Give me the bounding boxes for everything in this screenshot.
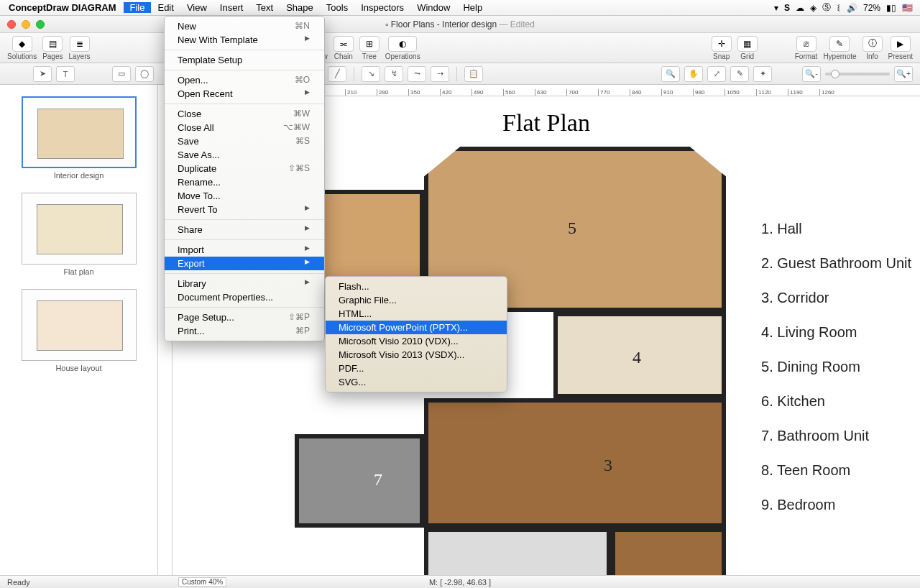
connector-1[interactable]: ↘ (362, 66, 380, 82)
submenu-microsoft-powerpoint-pptx-[interactable]: Microsoft PowerPoint (PPTX)... (326, 321, 507, 334)
legend-item: 5. Dining Room (761, 349, 911, 384)
menuitem-import[interactable]: Import (165, 243, 324, 257)
vlc-icon: ▾ (774, 3, 778, 13)
tree-button[interactable]: ⊞ (359, 36, 380, 52)
skype-icon: Ⓢ (822, 1, 831, 14)
menu-text[interactable]: Text (249, 2, 280, 13)
connector-4[interactable]: ⇢ (431, 66, 449, 82)
solutions-button[interactable]: ◆ (12, 36, 32, 52)
menuitem-save-as-[interactable]: Save As... (165, 148, 324, 162)
menuitem-document-properties-[interactable]: Document Properties... (165, 290, 324, 304)
export-submenu: Flash...Graphic File...HTML...Microsoft … (325, 276, 507, 392)
menubar-status: ▾ S ☁ ◈ Ⓢ ⧙ 🔊 72% ▮▯ 🇺🇸 (774, 1, 920, 14)
legend-item: 2. Guest Bathroom Unit (761, 246, 911, 280)
window-titlebar: ▫ Floor Plans - Interior design — Edited (0, 16, 920, 33)
eyedropper-tool[interactable]: ⤢ (707, 66, 726, 82)
ellipse-tool[interactable]: ◯ (135, 66, 154, 82)
submenu-pdf-[interactable]: PDF... (326, 362, 507, 375)
menu-shape[interactable]: Shape (280, 2, 320, 13)
connector-2[interactable]: ↯ (385, 66, 403, 82)
zoom-display[interactable]: Custom 40% (178, 577, 226, 587)
chain-button[interactable]: ⫘ (334, 36, 354, 52)
menuitem-save[interactable]: Save⌘S (165, 134, 324, 148)
format-button[interactable]: ⎚ (796, 36, 816, 52)
menuitem-revert-to[interactable]: Revert To (165, 203, 324, 216)
close-window-button[interactable] (7, 20, 16, 29)
main-toolbar: ◆Solutions ▤Pages ≣Layers ✦Smart ◉Rapid … (0, 33, 920, 63)
present-button[interactable]: ▶ (891, 36, 911, 52)
hypernote-button[interactable]: ✎ (829, 36, 850, 52)
menuitem-library[interactable]: Library (165, 277, 324, 290)
menuitem-template-setup[interactable]: Template Setup (165, 53, 324, 67)
zoom-in-tool[interactable]: 🔍 (661, 66, 680, 82)
mac-menubar: ConceptDraw DIAGRAM FileEditViewInsertTe… (0, 0, 920, 16)
connector-3[interactable]: ⤳ (408, 66, 426, 82)
menu-file[interactable]: File (124, 2, 152, 13)
menu-insert[interactable]: Insert (213, 2, 250, 13)
menu-window[interactable]: Window (410, 2, 456, 13)
snap-button[interactable]: ✛ (712, 36, 732, 52)
room-3 (424, 398, 726, 528)
submenu-svg-[interactable]: SVG... (326, 375, 507, 389)
brush-tool[interactable]: ✎ (730, 66, 749, 82)
menuitem-open-recent[interactable]: Open Recent (165, 87, 324, 101)
battery-icon: ▮▯ (886, 3, 896, 13)
file-menu: New⌘NNew With TemplateTemplate SetupOpen… (164, 16, 325, 341)
menu-inspectors[interactable]: Inspectors (354, 2, 410, 13)
menuitem-page-setup-[interactable]: Page Setup...⇧⌘P (165, 311, 324, 324)
cloud-icon: ☁ (796, 3, 804, 13)
zoom-in-button[interactable]: 🔍+ (894, 66, 913, 82)
zoom-out-button[interactable]: 🔍- (802, 66, 821, 82)
rect-tool[interactable]: ▭ (112, 66, 131, 82)
page-thumb-0[interactable] (22, 96, 137, 168)
submenu-flash-[interactable]: Flash... (326, 280, 507, 293)
volume-icon: 🔊 (847, 3, 857, 13)
menuitem-open-[interactable]: Open...⌘O (165, 73, 324, 87)
mouse-coords: M: [ -2.98, 46.63 ] (429, 578, 491, 587)
submenu-microsoft-visio-vdx-[interactable]: Microsoft Visio 2010 (VDX)... (326, 334, 507, 348)
pages-sidebar: Interior designFlat planHouse layout (0, 85, 158, 575)
legend: 1. Hall2. Guest Bathroom Unit3. Corridor… (761, 211, 911, 522)
line-tool[interactable]: ╱ (328, 66, 346, 82)
menuitem-new-with-template[interactable]: New With Template (165, 33, 324, 47)
operations-button[interactable]: ◐ (388, 36, 417, 52)
menuitem-share[interactable]: Share (165, 223, 324, 236)
menuitem-move-to-[interactable]: Move To... (165, 189, 324, 203)
diamond-icon: ◈ (810, 3, 816, 13)
menuitem-print-[interactable]: Print...⌘P (165, 324, 324, 338)
zoom-window-button[interactable] (36, 20, 45, 29)
legend-item: 7. Bathroom Unit (761, 418, 911, 453)
minimize-window-button[interactable] (22, 20, 30, 29)
pan-tool[interactable]: ✋ (684, 66, 703, 82)
layers-button[interactable]: ≣ (70, 36, 90, 52)
zoom-slider[interactable] (825, 73, 890, 75)
legend-item: 6. Kitchen (761, 384, 911, 418)
menuitem-close-all[interactable]: Close All⌥⌘W (165, 121, 324, 134)
pages-button[interactable]: ▤ (42, 36, 63, 52)
battery-pct: 72% (863, 3, 880, 13)
grid-button[interactable]: ▦ (737, 36, 758, 52)
page-thumb-1[interactable] (22, 193, 137, 265)
page-thumb-2[interactable] (22, 289, 137, 361)
pointer-tool[interactable]: ➤ (33, 66, 52, 82)
menu-view[interactable]: View (180, 2, 213, 13)
menuitem-new[interactable]: New⌘N (165, 19, 324, 33)
wifi-icon: ⧙ (837, 3, 841, 13)
menuitem-export[interactable]: Export (165, 257, 324, 270)
s-icon: S (784, 3, 790, 13)
menu-help[interactable]: Help (456, 2, 489, 13)
layers-label: Layers (69, 52, 91, 60)
submenu-microsoft-visio-vsdx-[interactable]: Microsoft Visio 2013 (VSDX)... (326, 348, 507, 362)
menuitem-close[interactable]: Close⌘W (165, 107, 324, 121)
info-button[interactable]: ⓘ (862, 36, 883, 52)
text-tool[interactable]: T (56, 66, 75, 82)
submenu-html-[interactable]: HTML... (326, 307, 507, 321)
submenu-graphic-file-[interactable]: Graphic File... (326, 293, 507, 307)
menuitem-rename-[interactable]: Rename... (165, 175, 324, 189)
menuitem-duplicate[interactable]: Duplicate⇧⌘S (165, 162, 324, 175)
menu-edit[interactable]: Edit (151, 2, 180, 13)
bucket-tool[interactable]: ✦ (753, 66, 772, 82)
room-1 (611, 528, 726, 575)
menu-tools[interactable]: Tools (320, 2, 354, 13)
clipboard-tool[interactable]: 📋 (464, 66, 483, 82)
